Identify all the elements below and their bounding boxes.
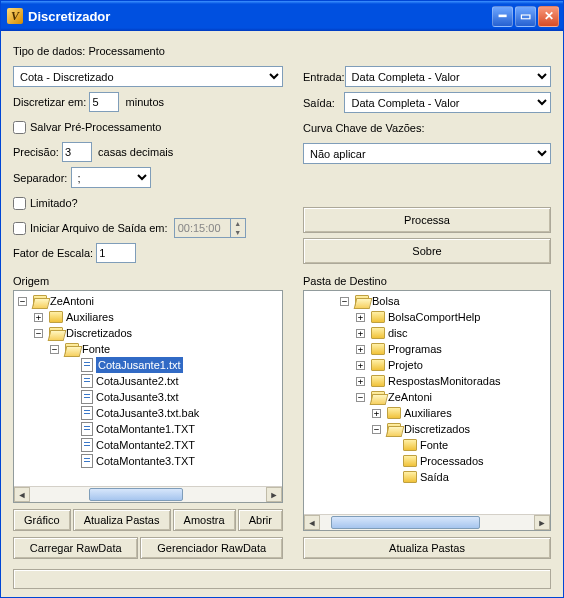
tipo-dados-label: Tipo de dados: Processamento — [13, 45, 165, 57]
abrir-button[interactable]: Abrir — [238, 509, 283, 531]
folder-icon — [403, 471, 417, 483]
tree-file-item[interactable]: CotaJusante1.txt — [66, 357, 280, 373]
title-bar: V Discretizador ━ ▭ ✕ — [1, 1, 563, 31]
folder-icon — [371, 375, 385, 387]
minimize-button[interactable]: ━ — [492, 6, 513, 27]
folder-icon — [387, 407, 401, 419]
folder-open-icon — [33, 295, 47, 307]
tree-file-item[interactable]: CotaMontante3.TXT — [66, 453, 280, 469]
destino-hscrollbar[interactable]: ◄► — [304, 514, 550, 530]
separador-select[interactable]: ; — [71, 167, 151, 188]
curva-label: Curva Chave de Vazões: — [303, 122, 424, 134]
saida-select[interactable]: Data Completa - Valor — [344, 92, 551, 113]
entrada-label: Entrada: — [303, 71, 345, 83]
separador-label: Separador: — [13, 172, 67, 184]
maximize-button[interactable]: ▭ — [515, 6, 536, 27]
file-icon — [81, 438, 93, 452]
destino-title: Pasta de Destino — [303, 275, 551, 287]
folder-open-icon — [355, 295, 369, 307]
tipo-dados-select[interactable]: Cota - Discretizado — [13, 66, 283, 87]
origem-tree[interactable]: −ZeAntoni +Auxiliares −Discretizados −Fo… — [13, 290, 283, 503]
fator-label: Fator de Escala: — [13, 247, 93, 259]
salvar-pre-checkbox[interactable] — [13, 121, 26, 134]
iniciar-label: Iniciar Arquivo de Saída em: — [30, 222, 168, 234]
entrada-select[interactable]: Data Completa - Valor — [345, 66, 551, 87]
tree-file-item[interactable]: CotaMontante1.TXT — [66, 421, 280, 437]
iniciar-time-input — [174, 218, 230, 238]
gerenciador-rawdata-button[interactable]: Gerenciador RawData — [140, 537, 283, 559]
folder-icon — [403, 439, 417, 451]
folder-open-icon — [371, 391, 385, 403]
destino-tree[interactable]: −Bolsa +BolsaComportHelp +disc +Programa… — [303, 290, 551, 531]
discretizar-input[interactable] — [89, 92, 119, 112]
tree-file-item[interactable]: CotaJusante2.txt — [66, 373, 280, 389]
fator-input[interactable] — [96, 243, 136, 263]
file-icon — [81, 374, 93, 388]
tree-file-item[interactable]: CotaMontante2.TXT — [66, 437, 280, 453]
folder-open-icon — [387, 423, 401, 435]
file-icon — [81, 454, 93, 468]
file-icon — [81, 406, 93, 420]
folder-open-icon — [49, 327, 63, 339]
tree-file-item[interactable]: CotaJusante3.txt — [66, 389, 280, 405]
status-bar — [13, 569, 551, 589]
tree-file-item[interactable]: CotaJusante3.txt.bak — [66, 405, 280, 421]
saida-label: Saída: — [303, 97, 344, 109]
atualiza-pastas-origem-button[interactable]: Atualiza Pastas — [73, 509, 171, 531]
file-icon — [81, 422, 93, 436]
sobre-button[interactable]: Sobre — [303, 238, 551, 264]
carregar-rawdata-button[interactable]: Carregar RawData — [13, 537, 138, 559]
file-icon — [81, 390, 93, 404]
discretizar-unit: minutos — [126, 96, 165, 108]
processa-button[interactable]: Processa — [303, 207, 551, 233]
window-title: Discretizador — [28, 9, 492, 24]
precisao-input[interactable] — [62, 142, 92, 162]
file-icon — [81, 358, 93, 372]
app-icon: V — [7, 8, 23, 24]
iniciar-checkbox[interactable] — [13, 222, 26, 235]
precisao-unit: casas decimais — [98, 146, 173, 158]
curva-select[interactable]: Não aplicar — [303, 143, 551, 164]
discretizar-label: Discretizar em: — [13, 96, 86, 108]
folder-icon — [371, 343, 385, 355]
folder-icon — [403, 455, 417, 467]
folder-open-icon — [65, 343, 79, 355]
limitado-label: Limitado? — [30, 197, 78, 209]
origem-title: Origem — [13, 275, 283, 287]
folder-icon — [371, 327, 385, 339]
folder-icon — [49, 311, 63, 323]
origem-hscrollbar[interactable]: ◄► — [14, 486, 282, 502]
close-button[interactable]: ✕ — [538, 6, 559, 27]
salvar-pre-label: Salvar Pré-Processamento — [30, 121, 161, 133]
iniciar-time-spinner[interactable]: ▲▼ — [174, 218, 246, 238]
folder-icon — [371, 359, 385, 371]
amostra-button[interactable]: Amostra — [173, 509, 236, 531]
precisao-label: Precisão: — [13, 146, 59, 158]
atualiza-pastas-destino-button[interactable]: Atualiza Pastas — [303, 537, 551, 559]
folder-icon — [371, 311, 385, 323]
grafico-button[interactable]: Gráfico — [13, 509, 71, 531]
limitado-checkbox[interactable] — [13, 197, 26, 210]
